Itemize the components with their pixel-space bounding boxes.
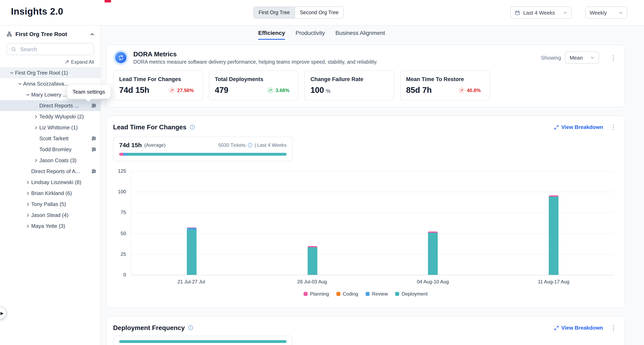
org-tree-toggle: First Org Tree Second Org Tree <box>253 6 344 19</box>
chevron-right-icon[interactable] <box>32 157 39 164</box>
team-settings-icon[interactable] <box>91 169 96 174</box>
collapse-chevron-up-icon[interactable] <box>90 32 95 37</box>
legend-item-coding[interactable]: Coding <box>336 291 358 297</box>
chevron-right-icon[interactable] <box>24 179 31 186</box>
legend-item-review[interactable]: Review <box>365 291 388 297</box>
lead-time-section: Lead Time For Changes View Breakdown ⋮ <box>106 116 625 308</box>
view-breakdown-label: View Breakdown <box>561 325 603 331</box>
sidebar-search[interactable] <box>6 43 94 55</box>
tab-productivity[interactable]: Productivity <box>296 30 325 40</box>
chevron-right-icon[interactable] <box>24 212 31 218</box>
tree-item[interactable]: Brian Kirkland (6) <box>0 188 100 199</box>
team-settings-icon[interactable] <box>91 103 96 108</box>
granularity-select[interactable]: Weekly <box>585 6 628 19</box>
metric-card: Change Failure Rate100% <box>304 70 394 100</box>
gridline <box>131 171 614 172</box>
sidebar: First Org Tree Root Expand All First Org… <box>0 25 101 345</box>
showing-label: Showing <box>541 54 561 60</box>
dora-title: DORA Metrics <box>133 50 536 58</box>
bar-segment-planning <box>549 196 558 197</box>
tree-item[interactable]: Todd Bromley <box>0 144 100 155</box>
trend-badge: ↗40.8% <box>458 87 484 94</box>
chevron-right-icon[interactable] <box>24 201 31 207</box>
deployment-stacked-bar <box>119 340 286 343</box>
legend-label: Review <box>372 291 388 297</box>
tree-item[interactable]: Scott Tarkett <box>0 133 100 144</box>
tree-item[interactable]: Maya Yette (3) <box>0 220 100 232</box>
metric-card-value: 85d 7h <box>406 86 432 95</box>
tree-item[interactable]: Teddy Wylupski (2) <box>0 111 100 122</box>
metric-card-value: 479 <box>215 86 228 95</box>
metric-card: Mean Time To Restore85d 7h↗40.8% <box>400 70 490 100</box>
chevron-right-icon[interactable] <box>32 113 39 120</box>
tree-item-label: Tony Pallas (5) <box>31 201 96 207</box>
showing-select[interactable]: Mean <box>565 52 599 64</box>
tree-item[interactable]: Tony Pallas (5) <box>0 199 100 210</box>
legend-item-deployment[interactable]: Deployment <box>395 291 428 297</box>
tree-item[interactable]: Liz Whittome (1) <box>0 122 100 133</box>
breakdown-expand-icon <box>554 125 559 130</box>
info-icon[interactable] <box>248 142 252 147</box>
deployment-title: Deployment Frequency <box>113 324 185 332</box>
tree-item[interactable]: Jason Coats (3) <box>0 155 100 166</box>
chart-bar-4[interactable] <box>549 196 558 275</box>
chart-bar-1[interactable] <box>187 227 196 275</box>
lead-time-header: Lead Time For Changes View Breakdown ⋮ <box>113 122 618 132</box>
info-icon[interactable] <box>190 124 195 130</box>
bar-segment-review <box>187 228 196 230</box>
tree-item-label: Lindsay Liszewski (8) <box>31 179 96 185</box>
chevron-down-icon[interactable] <box>8 70 15 76</box>
chevron-right-icon[interactable] <box>32 124 39 131</box>
chevron-down-icon[interactable] <box>16 80 23 87</box>
x-tick-label: 28 Jul-03 Aug <box>297 279 327 284</box>
team-settings-icon[interactable] <box>91 136 96 141</box>
tree-item[interactable]: Direct Reports ... <box>0 100 100 111</box>
metric-card-value: 74d 15h <box>119 86 149 95</box>
dora-cards: Lead Time For Changes74d 15h↗27.56%Total… <box>113 70 618 100</box>
search-input[interactable] <box>20 46 90 52</box>
y-tick-label: 75 <box>120 210 126 216</box>
deployment-view-breakdown[interactable]: View Breakdown <box>554 325 603 331</box>
trend-up-icon: ↗ <box>458 87 465 94</box>
tooltip-text: Team settings <box>72 89 105 95</box>
legend-label: Coding <box>343 291 358 297</box>
dora-kebab-menu[interactable]: ⋮ <box>609 53 618 62</box>
dora-panel: DORA Metrics DORA metrics measure softwa… <box>106 44 625 108</box>
team-settings-icon[interactable] <box>91 147 96 152</box>
dora-header: DORA Metrics DORA metrics measure softwa… <box>113 50 618 65</box>
tree-item[interactable]: Direct Reports of A... <box>0 166 100 177</box>
legend-swatch <box>365 292 370 296</box>
sidebar-root-title: First Org Tree Root <box>16 31 86 37</box>
gridline <box>131 275 614 275</box>
tree-item[interactable]: First Org Tree Root (1) <box>0 67 100 78</box>
org-tree-icon <box>6 31 12 37</box>
trend-up-icon: ↗ <box>267 87 274 94</box>
tab-efficiency[interactable]: Efficiency <box>258 30 285 40</box>
legend-item-planning[interactable]: Planning <box>304 291 329 297</box>
toggle-first-org-tree[interactable]: First Org Tree <box>254 7 295 18</box>
deployment-kebab-menu[interactable]: ⋮ <box>609 323 618 332</box>
lead-time-view-breakdown[interactable]: View Breakdown <box>554 124 603 130</box>
stack-segment-planning <box>119 153 123 156</box>
expand-all-button[interactable]: Expand All <box>0 55 100 67</box>
date-range-select[interactable]: Last 4 Weeks <box>510 6 572 19</box>
gridline <box>131 192 614 192</box>
chart-bar-2[interactable] <box>308 246 317 275</box>
search-icon <box>11 46 16 52</box>
toggle-second-org-tree[interactable]: Second Org Tree <box>295 7 343 18</box>
chevron-down-icon[interactable] <box>24 92 31 98</box>
tree-item[interactable]: Lindsay Liszewski (8) <box>0 177 100 188</box>
chart-bar-3[interactable] <box>428 232 438 275</box>
chevron-right-icon[interactable] <box>24 223 31 229</box>
info-icon[interactable] <box>188 325 193 330</box>
tree-item[interactable]: Jason Stead (4) <box>0 210 100 220</box>
deployment-summary-card <box>113 336 292 345</box>
tab-business-alignment[interactable]: Business Alignment <box>335 30 385 40</box>
lead-time-kebab-menu[interactable]: ⋮ <box>609 122 618 132</box>
date-range-value: Last 4 Weeks <box>523 10 555 16</box>
chevron-right-icon[interactable] <box>24 190 31 196</box>
legend-label: Planning <box>310 291 329 297</box>
chart-legend: PlanningCodingReviewDeployment <box>113 291 618 297</box>
y-tick-label: 50 <box>120 230 126 236</box>
lead-time-summary-card: 74d 15h (Average) 5030 Tickets | Last 4 … <box>113 136 292 161</box>
